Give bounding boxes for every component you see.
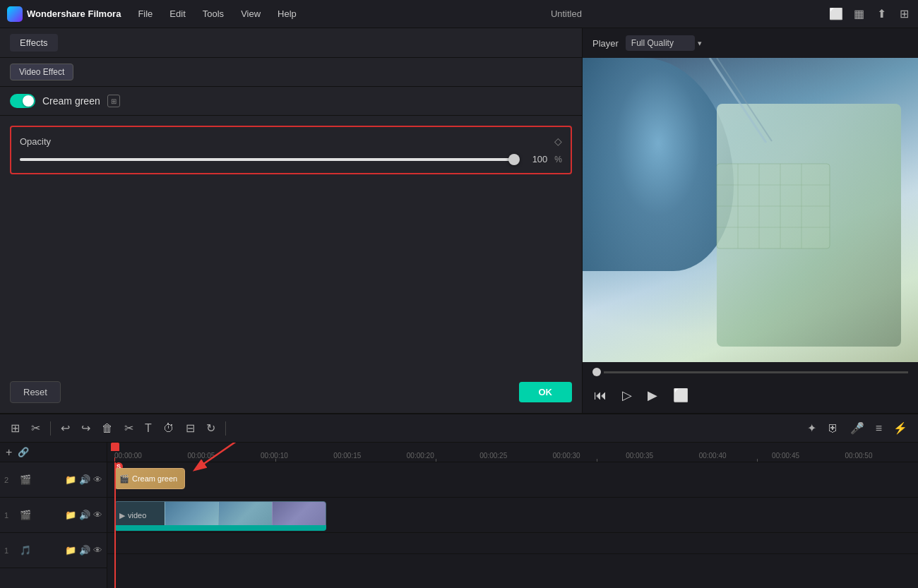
opacity-section: Opacity ◇ 100 % xyxy=(10,126,572,174)
track-1-folder-icon[interactable]: 📁 xyxy=(65,510,76,520)
player-header: Player Full Quality Half Quality Quarter… xyxy=(583,28,918,58)
fullscreen-button[interactable]: ⬜ xyxy=(672,386,690,404)
mic-button[interactable]: 🎤 xyxy=(847,419,868,438)
track-header: + 🔗 xyxy=(0,443,107,462)
layout-icon[interactable]: ▦ xyxy=(852,7,866,21)
magic-button[interactable]: ✦ xyxy=(804,419,820,438)
cream-green-toggle[interactable] xyxy=(10,94,35,108)
audio-track-folder-icon[interactable]: 📁 xyxy=(65,545,76,556)
keyframe-diamond-icon[interactable]: ◇ xyxy=(554,136,562,147)
play-slow-button[interactable]: ▷ xyxy=(621,386,633,404)
preview-svg xyxy=(583,58,918,362)
video-track-content: ▶ video xyxy=(107,498,918,533)
toolbar-separator-2 xyxy=(225,421,226,436)
opacity-value[interactable]: 100 xyxy=(526,154,547,164)
step-back-button[interactable]: ⏮ xyxy=(592,387,608,404)
svg-line-0 xyxy=(710,58,766,143)
player-timeline-bar[interactable] xyxy=(583,362,918,382)
clip-icon: 🎬 xyxy=(119,474,129,484)
toolbar-separator-1 xyxy=(50,421,51,436)
track-row-audio: 1 🎵 📁 🔊 👁 xyxy=(0,533,107,568)
text-button[interactable]: T xyxy=(141,419,155,438)
player-label: Player xyxy=(592,38,619,49)
upload-icon[interactable]: ⬆ xyxy=(874,7,888,21)
timeline-position-dot[interactable] xyxy=(592,368,601,376)
grid-icon[interactable]: ⊞ xyxy=(897,7,911,21)
track-num-2: 2 xyxy=(4,476,16,484)
cut-button[interactable]: ✂ xyxy=(121,419,137,438)
ripple-tool-button[interactable]: ✂ xyxy=(28,419,44,438)
opacity-slider-fill xyxy=(20,158,519,161)
player-panel: Player Full Quality Half Quality Quarter… xyxy=(583,28,918,413)
info-icon[interactable]: ⊞ xyxy=(107,95,120,107)
opacity-label: Opacity xyxy=(20,136,51,147)
track-row-video: 1 🎬 📁 🔊 👁 xyxy=(0,498,107,533)
teal-audio-bar xyxy=(114,525,326,531)
audio-track-volume-icon[interactable]: 🔊 xyxy=(79,545,90,556)
timeline-tracks: + 🔗 2 🎬 📁 🔊 👁 1 🎬 📁 🔊 xyxy=(0,443,918,588)
timer-button[interactable]: ⏱ xyxy=(160,419,178,438)
effects-tab-button[interactable]: Effects xyxy=(10,34,58,52)
captions-button[interactable]: ≡ xyxy=(872,419,886,438)
menu-tools[interactable]: Tools xyxy=(196,6,231,22)
document-title: Untitled xyxy=(551,8,582,19)
menu-help[interactable]: Help xyxy=(270,6,304,22)
track-1-audio-icon[interactable]: 🔊 xyxy=(79,510,90,520)
track-row-effect: 2 🎬 📁 🔊 👁 xyxy=(0,462,107,498)
track-content: 00:00:00 00:00:05 00:00:10 00:00:15 00:0… xyxy=(107,443,918,588)
app-name: Wondershare Filmora xyxy=(27,8,121,19)
svg-line-1 xyxy=(717,58,772,141)
opacity-slider-track[interactable] xyxy=(20,158,519,161)
track-type-icon-video: 🎬 xyxy=(20,510,31,520)
menu-view[interactable]: View xyxy=(234,6,268,22)
cream-green-clip[interactable]: 🎬 Cream green xyxy=(114,468,185,489)
redo-button[interactable]: ↪ xyxy=(78,419,94,438)
video-effect-button[interactable]: Video Effect xyxy=(10,64,73,80)
quality-selector[interactable]: Full Quality Half Quality Quarter Qualit… xyxy=(626,35,702,51)
playhead-head xyxy=(111,443,119,451)
quality-dropdown[interactable]: Full Quality Half Quality Quarter Qualit… xyxy=(626,35,695,51)
reset-button[interactable]: Reset xyxy=(10,381,61,403)
rotation-button[interactable]: ↻ xyxy=(203,419,219,438)
monitor-icon[interactable]: ⬜ xyxy=(829,7,843,21)
timeline-area: ⊞ ✂ ↩ ↪ 🗑 ✂ T ⏱ ⊟ ↻ ✦ ⛨ 🎤 ≡ ⚡ + 🔗 2 xyxy=(0,413,918,588)
video-clip-icon: ▶ xyxy=(119,511,125,520)
track-2-folder-icon[interactable]: 📁 xyxy=(65,474,76,485)
main-area: Effects Video Effect Cream green ⊞ Opaci… xyxy=(0,28,918,413)
audio-track-content xyxy=(107,533,918,554)
timescale: 00:00:00 00:00:05 00:00:10 00:00:15 00:0… xyxy=(107,443,918,462)
track-1-controls: 📁 🔊 👁 xyxy=(65,510,102,520)
track-2-eye-icon[interactable]: 👁 xyxy=(93,474,102,485)
select-tool-button[interactable]: ⊞ xyxy=(7,419,23,438)
shield-button[interactable]: ⛨ xyxy=(824,419,842,438)
fx-button[interactable]: ⚡ xyxy=(890,419,911,438)
add-track-button[interactable]: + xyxy=(6,446,12,459)
menubar: Wondershare Filmora File Edit Tools View… xyxy=(0,0,918,28)
track-content-rows: S 🎬 Cream green xyxy=(107,462,918,588)
video-clip-label: video xyxy=(128,511,146,520)
track-2-audio-icon[interactable]: 🔊 xyxy=(79,474,90,485)
track-num-audio: 1 xyxy=(4,546,16,555)
track-num-1: 1 xyxy=(4,511,16,520)
opacity-slider-thumb[interactable] xyxy=(508,154,520,165)
menu-edit[interactable]: Edit xyxy=(162,6,192,22)
track-1-eye-icon[interactable]: 👁 xyxy=(93,510,102,520)
ok-button[interactable]: OK xyxy=(519,382,573,402)
audio-track-eye-icon[interactable]: 👁 xyxy=(93,545,102,556)
chevron-down-icon: ▾ xyxy=(698,39,702,48)
effects-tab-bar: Effects xyxy=(0,28,582,58)
timescale-ticks xyxy=(114,457,918,462)
undo-button[interactable]: ↩ xyxy=(57,419,73,438)
delete-button[interactable]: 🗑 xyxy=(98,419,117,438)
title-area: Untitled xyxy=(306,8,826,19)
opacity-header: Opacity ◇ xyxy=(20,136,562,147)
play-button[interactable]: ▶ xyxy=(646,386,659,404)
timeline-progress-bar[interactable] xyxy=(604,371,908,373)
menu-file[interactable]: File xyxy=(131,6,160,22)
audio-track-controls: 📁 🔊 👁 xyxy=(65,545,102,556)
effect-track-content: S 🎬 Cream green xyxy=(107,462,918,498)
playhead[interactable] xyxy=(114,462,116,588)
link-button[interactable]: 🔗 xyxy=(18,447,29,457)
effects-panel: Effects Video Effect Cream green ⊞ Opaci… xyxy=(0,28,583,413)
equalizer-button[interactable]: ⊟ xyxy=(182,419,198,438)
